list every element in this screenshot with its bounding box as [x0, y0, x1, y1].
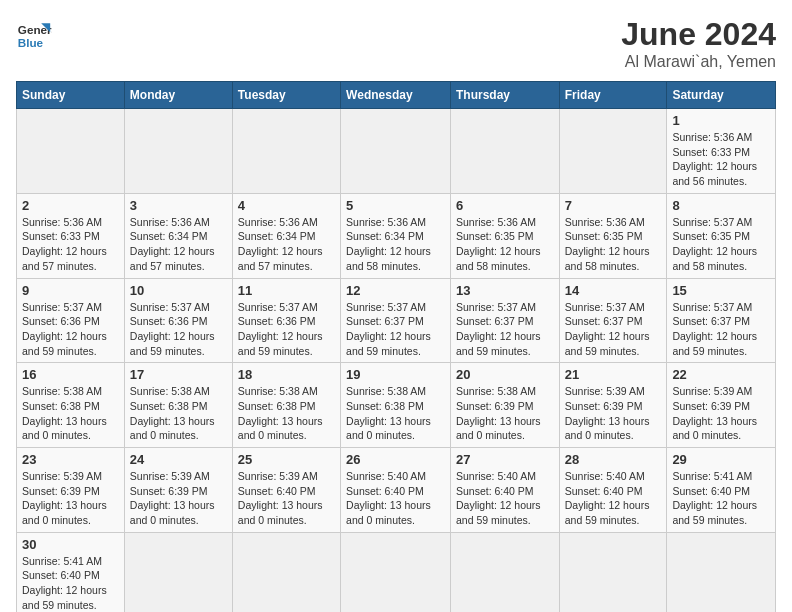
- calendar-week-1: 1Sunrise: 5:36 AM Sunset: 6:33 PM Daylig…: [17, 109, 776, 194]
- day-info: Sunrise: 5:36 AM Sunset: 6:33 PM Dayligh…: [22, 215, 119, 274]
- day-info: Sunrise: 5:41 AM Sunset: 6:40 PM Dayligh…: [22, 554, 119, 612]
- day-number: 14: [565, 283, 662, 298]
- day-info: Sunrise: 5:37 AM Sunset: 6:37 PM Dayligh…: [346, 300, 445, 359]
- day-number: 28: [565, 452, 662, 467]
- day-number: 9: [22, 283, 119, 298]
- day-info: Sunrise: 5:38 AM Sunset: 6:39 PM Dayligh…: [456, 384, 554, 443]
- calendar-cell: 27Sunrise: 5:40 AM Sunset: 6:40 PM Dayli…: [450, 448, 559, 533]
- calendar-cell: 8Sunrise: 5:37 AM Sunset: 6:35 PM Daylig…: [667, 193, 776, 278]
- calendar-week-5: 23Sunrise: 5:39 AM Sunset: 6:39 PM Dayli…: [17, 448, 776, 533]
- day-info: Sunrise: 5:40 AM Sunset: 6:40 PM Dayligh…: [565, 469, 662, 528]
- day-number: 4: [238, 198, 335, 213]
- day-number: 27: [456, 452, 554, 467]
- calendar-cell: 10Sunrise: 5:37 AM Sunset: 6:36 PM Dayli…: [124, 278, 232, 363]
- day-info: Sunrise: 5:36 AM Sunset: 6:35 PM Dayligh…: [456, 215, 554, 274]
- day-number: 2: [22, 198, 119, 213]
- calendar-cell: 9Sunrise: 5:37 AM Sunset: 6:36 PM Daylig…: [17, 278, 125, 363]
- col-header-wednesday: Wednesday: [341, 82, 451, 109]
- day-number: 17: [130, 367, 227, 382]
- day-info: Sunrise: 5:36 AM Sunset: 6:35 PM Dayligh…: [565, 215, 662, 274]
- day-info: Sunrise: 5:39 AM Sunset: 6:39 PM Dayligh…: [130, 469, 227, 528]
- calendar-cell: 5Sunrise: 5:36 AM Sunset: 6:34 PM Daylig…: [341, 193, 451, 278]
- calendar-cell: [341, 532, 451, 612]
- title-area: June 2024 Al Marawi`ah, Yemen: [621, 16, 776, 71]
- day-info: Sunrise: 5:39 AM Sunset: 6:39 PM Dayligh…: [565, 384, 662, 443]
- col-header-sunday: Sunday: [17, 82, 125, 109]
- day-info: Sunrise: 5:38 AM Sunset: 6:38 PM Dayligh…: [346, 384, 445, 443]
- day-number: 26: [346, 452, 445, 467]
- day-number: 10: [130, 283, 227, 298]
- calendar-week-3: 9Sunrise: 5:37 AM Sunset: 6:36 PM Daylig…: [17, 278, 776, 363]
- day-number: 5: [346, 198, 445, 213]
- day-info: Sunrise: 5:41 AM Sunset: 6:40 PM Dayligh…: [672, 469, 770, 528]
- calendar-cell: 15Sunrise: 5:37 AM Sunset: 6:37 PM Dayli…: [667, 278, 776, 363]
- calendar-cell: 3Sunrise: 5:36 AM Sunset: 6:34 PM Daylig…: [124, 193, 232, 278]
- day-number: 19: [346, 367, 445, 382]
- calendar-header-row: SundayMondayTuesdayWednesdayThursdayFrid…: [17, 82, 776, 109]
- day-info: Sunrise: 5:36 AM Sunset: 6:34 PM Dayligh…: [238, 215, 335, 274]
- day-info: Sunrise: 5:37 AM Sunset: 6:36 PM Dayligh…: [130, 300, 227, 359]
- day-info: Sunrise: 5:39 AM Sunset: 6:39 PM Dayligh…: [672, 384, 770, 443]
- calendar-week-2: 2Sunrise: 5:36 AM Sunset: 6:33 PM Daylig…: [17, 193, 776, 278]
- calendar-cell: [450, 532, 559, 612]
- calendar-cell: 1Sunrise: 5:36 AM Sunset: 6:33 PM Daylig…: [667, 109, 776, 194]
- calendar-cell: 4Sunrise: 5:36 AM Sunset: 6:34 PM Daylig…: [232, 193, 340, 278]
- calendar-cell: [232, 109, 340, 194]
- calendar-week-4: 16Sunrise: 5:38 AM Sunset: 6:38 PM Dayli…: [17, 363, 776, 448]
- day-number: 18: [238, 367, 335, 382]
- day-number: 1: [672, 113, 770, 128]
- day-info: Sunrise: 5:37 AM Sunset: 6:37 PM Dayligh…: [672, 300, 770, 359]
- day-number: 20: [456, 367, 554, 382]
- svg-text:Blue: Blue: [18, 36, 44, 49]
- day-number: 23: [22, 452, 119, 467]
- day-info: Sunrise: 5:38 AM Sunset: 6:38 PM Dayligh…: [130, 384, 227, 443]
- day-number: 16: [22, 367, 119, 382]
- day-number: 21: [565, 367, 662, 382]
- day-number: 24: [130, 452, 227, 467]
- day-info: Sunrise: 5:38 AM Sunset: 6:38 PM Dayligh…: [22, 384, 119, 443]
- col-header-thursday: Thursday: [450, 82, 559, 109]
- day-number: 11: [238, 283, 335, 298]
- logo-icon: General Blue: [16, 16, 52, 52]
- calendar-cell: 13Sunrise: 5:37 AM Sunset: 6:37 PM Dayli…: [450, 278, 559, 363]
- calendar-cell: 17Sunrise: 5:38 AM Sunset: 6:38 PM Dayli…: [124, 363, 232, 448]
- day-info: Sunrise: 5:37 AM Sunset: 6:36 PM Dayligh…: [22, 300, 119, 359]
- day-number: 30: [22, 537, 119, 552]
- day-info: Sunrise: 5:39 AM Sunset: 6:40 PM Dayligh…: [238, 469, 335, 528]
- calendar-cell: [124, 532, 232, 612]
- day-info: Sunrise: 5:37 AM Sunset: 6:35 PM Dayligh…: [672, 215, 770, 274]
- calendar-cell: 23Sunrise: 5:39 AM Sunset: 6:39 PM Dayli…: [17, 448, 125, 533]
- day-number: 8: [672, 198, 770, 213]
- calendar-cell: [341, 109, 451, 194]
- location-subtitle: Al Marawi`ah, Yemen: [621, 53, 776, 71]
- day-number: 3: [130, 198, 227, 213]
- calendar-cell: [124, 109, 232, 194]
- calendar-cell: 14Sunrise: 5:37 AM Sunset: 6:37 PM Dayli…: [559, 278, 667, 363]
- day-number: 15: [672, 283, 770, 298]
- day-info: Sunrise: 5:38 AM Sunset: 6:38 PM Dayligh…: [238, 384, 335, 443]
- day-info: Sunrise: 5:37 AM Sunset: 6:36 PM Dayligh…: [238, 300, 335, 359]
- page-header: General Blue June 2024 Al Marawi`ah, Yem…: [16, 16, 776, 71]
- calendar-cell: [559, 109, 667, 194]
- calendar-cell: [667, 532, 776, 612]
- month-title: June 2024: [621, 16, 776, 53]
- calendar-cell: 29Sunrise: 5:41 AM Sunset: 6:40 PM Dayli…: [667, 448, 776, 533]
- day-info: Sunrise: 5:39 AM Sunset: 6:39 PM Dayligh…: [22, 469, 119, 528]
- logo: General Blue: [16, 16, 52, 52]
- calendar-cell: 12Sunrise: 5:37 AM Sunset: 6:37 PM Dayli…: [341, 278, 451, 363]
- calendar-cell: 2Sunrise: 5:36 AM Sunset: 6:33 PM Daylig…: [17, 193, 125, 278]
- calendar-cell: [232, 532, 340, 612]
- calendar-cell: 6Sunrise: 5:36 AM Sunset: 6:35 PM Daylig…: [450, 193, 559, 278]
- day-number: 6: [456, 198, 554, 213]
- calendar-cell: 22Sunrise: 5:39 AM Sunset: 6:39 PM Dayli…: [667, 363, 776, 448]
- calendar-cell: 19Sunrise: 5:38 AM Sunset: 6:38 PM Dayli…: [341, 363, 451, 448]
- col-header-friday: Friday: [559, 82, 667, 109]
- day-number: 13: [456, 283, 554, 298]
- col-header-tuesday: Tuesday: [232, 82, 340, 109]
- day-info: Sunrise: 5:37 AM Sunset: 6:37 PM Dayligh…: [456, 300, 554, 359]
- day-info: Sunrise: 5:36 AM Sunset: 6:34 PM Dayligh…: [130, 215, 227, 274]
- calendar-cell: 20Sunrise: 5:38 AM Sunset: 6:39 PM Dayli…: [450, 363, 559, 448]
- calendar-week-6: 30Sunrise: 5:41 AM Sunset: 6:40 PM Dayli…: [17, 532, 776, 612]
- calendar-cell: [17, 109, 125, 194]
- calendar-cell: 28Sunrise: 5:40 AM Sunset: 6:40 PM Dayli…: [559, 448, 667, 533]
